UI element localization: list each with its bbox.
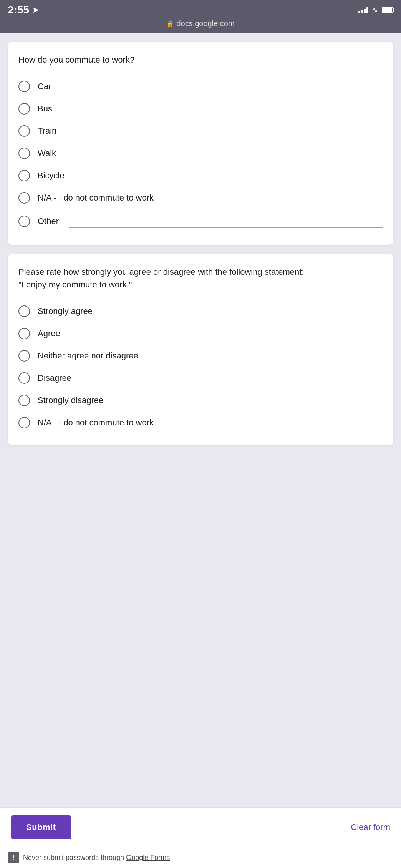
radio-car[interactable] [18,81,30,92]
option-car[interactable]: Car [18,75,383,98]
radio-strongly-agree[interactable] [18,305,30,317]
option-bus[interactable]: Bus [18,98,383,120]
question1-card: How do you commute to work? Car Bus Trai… [8,42,393,245]
battery-icon [382,7,393,13]
url-text: docs.google.com [176,19,234,28]
label-train: Train [38,126,56,136]
location-icon: ➤ [32,5,39,15]
label-na1: N/A - I do not commute to work [38,193,154,203]
label-other: Other: [38,216,61,226]
bottom-action-bar: Submit Clear form [0,807,401,847]
lock-icon: 🔒 [166,20,174,27]
radio-other[interactable] [18,216,30,227]
radio-na1[interactable] [18,192,30,204]
radio-na2[interactable] [18,417,30,428]
question2-text: Please rate how strongly you agree or di… [18,266,383,291]
warning-text: Never submit passwords through Google Fo… [23,854,172,862]
option-na2[interactable]: N/A - I do not commute to work [18,412,383,434]
question2-card: Please rate how strongly you agree or di… [8,254,393,445]
clear-form-button[interactable]: Clear form [351,822,390,832]
radio-agree[interactable] [18,328,30,339]
label-neither: Neither agree nor disagree [38,351,138,361]
status-time: 2:55 ➤ [8,4,39,16]
option-disagree[interactable]: Disagree [18,367,383,389]
option-neither[interactable]: Neither agree nor disagree [18,345,383,367]
warning-bar: ! Never submit passwords through Google … [0,847,401,868]
label-disagree: Disagree [38,373,71,383]
option-na1[interactable]: N/A - I do not commute to work [18,187,383,209]
label-bus: Bus [38,104,52,114]
option-bicycle[interactable]: Bicycle [18,164,383,187]
other-text-input[interactable] [69,214,383,228]
option-walk[interactable]: Walk [18,142,383,164]
page-content: How do you commute to work? Car Bus Trai… [0,33,401,807]
radio-neither[interactable] [18,350,30,362]
radio-disagree[interactable] [18,372,30,384]
label-na2: N/A - I do not commute to work [38,418,154,428]
url-bar: 🔒 docs.google.com [8,18,393,30]
question1-text: How do you commute to work? [18,53,383,66]
warning-icon: ! [8,852,19,863]
label-car: Car [38,81,51,91]
radio-bus[interactable] [18,103,30,115]
label-bicycle: Bicycle [38,171,65,181]
option-strongly-disagree[interactable]: Strongly disagree [18,389,383,412]
option-agree[interactable]: Agree [18,322,383,345]
radio-walk[interactable] [18,148,30,159]
label-strongly-agree: Strongly agree [38,306,93,316]
option-other[interactable]: Other: [18,209,383,233]
option-train[interactable]: Train [18,120,383,142]
status-icons: ∿ [358,6,393,14]
label-agree: Agree [38,329,60,339]
submit-button[interactable]: Submit [11,815,71,839]
wifi-icon: ∿ [372,6,378,14]
radio-train[interactable] [18,125,30,137]
label-strongly-disagree: Strongly disagree [38,395,103,405]
radio-bicycle[interactable] [18,170,30,181]
status-bar: 2:55 ➤ ∿ 🔒 docs.google.com [0,0,401,33]
option-strongly-agree[interactable]: Strongly agree [18,300,383,322]
radio-strongly-disagree[interactable] [18,395,30,406]
signal-icon [358,7,368,13]
label-walk: Walk [38,148,56,158]
